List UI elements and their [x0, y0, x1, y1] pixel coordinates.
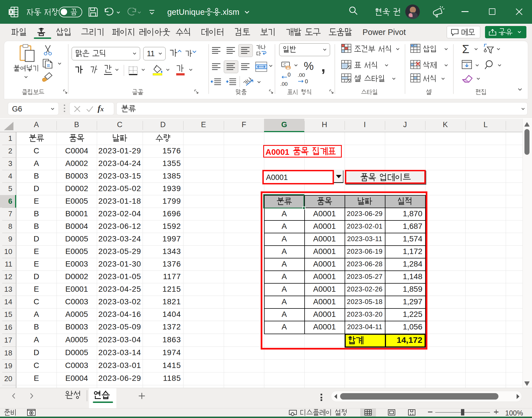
svg-text:X: X [10, 10, 13, 15]
svg-text:C: C [284, 63, 286, 66]
